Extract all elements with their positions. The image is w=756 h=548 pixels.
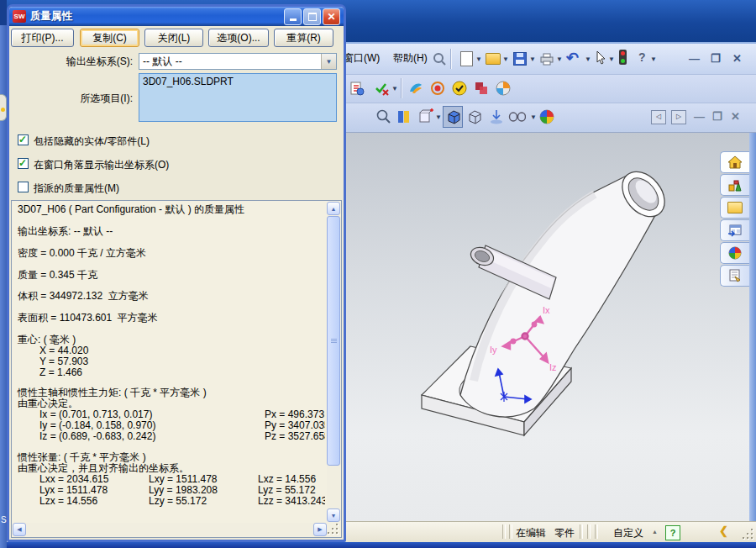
solidworks-logo-icon: SW <box>13 10 26 23</box>
taskpane-appearances-tab[interactable] <box>720 242 749 264</box>
scroll-left-icon[interactable]: ◀ <box>13 523 26 536</box>
statusbar-separator <box>595 524 598 539</box>
section-view-icon[interactable] <box>395 108 413 126</box>
print-button[interactable]: 打印(P)... <box>11 29 74 47</box>
doc-close-icon[interactable]: ✕ <box>732 52 742 65</box>
doc-minimize-icon[interactable]: — <box>689 52 700 65</box>
menu-help[interactable]: 帮助(H) <box>388 49 433 67</box>
close-button[interactable]: 关闭(L) <box>144 29 203 47</box>
custom-dropdown-arrow-icon[interactable]: ▲ <box>652 529 658 535</box>
subwindow-restore-icon[interactable]: ❐ <box>712 110 722 123</box>
print-icon[interactable] <box>538 50 556 68</box>
window-resize-grip[interactable] <box>743 529 754 540</box>
show-coord-checkbox[interactable]: ✓ <box>18 158 29 169</box>
scroll-right-icon[interactable]: ▶ <box>313 523 327 536</box>
pane-next-icon[interactable]: ▷ <box>671 110 686 124</box>
output-coord-combobox[interactable]: -- 默认 -- ▼ <box>139 53 337 70</box>
selected-item[interactable]: 3D07_H06.SLDPRT <box>143 76 234 87</box>
zoom-to-fit-icon[interactable] <box>375 108 392 125</box>
shaded-view-button[interactable] <box>443 106 463 128</box>
search-icon[interactable] <box>432 51 447 66</box>
scroll-down-icon[interactable]: ▼ <box>327 508 340 522</box>
statusbar-separator <box>502 524 506 539</box>
results-text: 3D07_H06 ( Part Configuration - 默认 ) 的质量… <box>16 204 325 521</box>
realview-icon[interactable] <box>538 108 556 126</box>
new-document-icon[interactable] <box>457 50 475 68</box>
dialog-maximize-button[interactable] <box>303 8 321 25</box>
subwindow-close-icon[interactable]: ✕ <box>731 110 740 123</box>
combo-dropdown-icon[interactable]: ▼ <box>321 54 336 69</box>
design-checker-icon[interactable] <box>450 79 469 97</box>
help-icon[interactable]: ? <box>638 50 646 64</box>
taskpane-file-explorer-tab[interactable] <box>720 197 749 219</box>
select-cursor-icon[interactable] <box>595 50 606 66</box>
perspective-icon[interactable] <box>507 108 526 126</box>
taskpane-view-palette-tab[interactable] <box>720 219 749 241</box>
doc-restore-icon[interactable]: ❐ <box>711 52 721 65</box>
results-header: 3D07_H06 ( Part Configuration - 默认 ) 的质量… <box>18 204 244 215</box>
dialog-titlebar[interactable]: SW 质量属性 ✕ <box>9 7 344 26</box>
assigned-mass-checkbox[interactable]: ✓ <box>18 182 29 192</box>
results-volume: 体积 = 344972.132 立方毫米 <box>18 291 149 302</box>
rebuild-icon[interactable] <box>348 79 366 97</box>
taskpane-resources-tab[interactable] <box>720 151 749 173</box>
wireframe-view-icon[interactable] <box>465 108 484 126</box>
pane-previous-icon[interactable]: ◁ <box>651 110 666 124</box>
verification-dropdown-icon[interactable]: ▼ <box>391 85 398 92</box>
subwindow-minimize-icon[interactable]: — <box>694 110 705 123</box>
tensor-lzx: Lzx = 14.556 <box>39 496 97 507</box>
statusbar-separator <box>580 524 583 539</box>
results-coord: 输出坐标系: -- 默认 -- <box>18 226 113 237</box>
compare-icon[interactable] <box>472 79 491 97</box>
save-dropdown-icon[interactable]: ▼ <box>529 55 536 63</box>
view-orientation-icon[interactable] <box>417 108 435 126</box>
render-icon[interactable] <box>407 79 425 97</box>
include-hidden-checkbox[interactable]: ✓ <box>18 134 29 145</box>
status-custom-dropdown[interactable]: 自定义 <box>613 526 643 540</box>
selected-items-listbox[interactable]: 3D07_H06.SLDPRT <box>139 73 337 122</box>
rollback-arrow-icon[interactable]: ❮ <box>719 524 728 537</box>
check-icon: ✓ <box>18 159 28 168</box>
save-icon[interactable] <box>511 50 529 68</box>
new-dropdown-icon[interactable]: ▼ <box>475 55 482 63</box>
status-doc-type: 零件 <box>554 526 575 540</box>
perspective-dropdown-icon[interactable]: ▼ <box>530 113 537 121</box>
dialog-minimize-button[interactable] <box>284 8 302 25</box>
dialog-close-button[interactable]: ✕ <box>323 8 340 25</box>
results-vertical-scrollbar[interactable]: ▲ ▼ <box>327 202 340 522</box>
dialog-resize-grip[interactable] <box>328 524 339 535</box>
help-dropdown-icon[interactable]: ▼ <box>650 55 657 63</box>
vertical-scroll-thumb[interactable] <box>327 216 340 466</box>
options-button[interactable]: 选项(O)... <box>208 29 269 47</box>
home-icon <box>727 155 743 169</box>
results-horizontal-scrollbar[interactable]: ◀ ▶ <box>13 523 327 536</box>
mass-properties-dialog: SW 质量属性 ✕ 打印(P)... 复制(C) 关闭(L) 选项(O)... … <box>7 4 346 542</box>
open-icon[interactable] <box>484 50 502 68</box>
hidden-icon-fragment <box>1 108 5 112</box>
taskpane-design-library-tab[interactable] <box>720 174 749 196</box>
copy-button[interactable]: 复制(C) <box>80 29 139 47</box>
scroll-up-icon[interactable]: ▲ <box>327 202 340 215</box>
recalculate-button[interactable]: 重算(R) <box>274 29 333 47</box>
print-dropdown-icon[interactable]: ▼ <box>556 55 563 63</box>
view-orientation-dropdown-icon[interactable]: ▼ <box>435 113 442 121</box>
select-dropdown-icon[interactable]: ▼ <box>608 55 615 63</box>
render-area-icon[interactable] <box>428 79 447 97</box>
principal-iz: Iz = (0.689, -0.683, 0.242) <box>39 431 155 442</box>
photoview-icon[interactable] <box>494 79 512 97</box>
assigned-mass-label: 指派的质量属性(M) <box>34 182 119 196</box>
status-help-badge[interactable]: ? <box>665 525 680 540</box>
part-model[interactable]: Ix Iy Iz <box>402 154 704 440</box>
undo-icon[interactable]: ↷ <box>566 49 579 67</box>
tensor-lzz: Lzz = 3413.243 <box>258 496 325 507</box>
show-coord-label: 在窗口角落显示输出坐标系(O) <box>34 158 169 172</box>
screen: 窗口(W) 帮助(H) ▼ ▼ ▼ ▼ ↷ ▼ ▼ ? ▼ — ❐ ✕ ▼ <box>0 0 756 548</box>
open-dropdown-icon[interactable]: ▼ <box>502 55 509 63</box>
verification-icon[interactable] <box>373 79 391 97</box>
shadows-icon[interactable] <box>487 108 506 126</box>
undo-dropdown-icon[interactable]: ▼ <box>585 55 591 63</box>
axis-label-iy: Iy <box>490 345 497 355</box>
output-coord-value: -- 默认 -- <box>139 55 321 69</box>
taskpane-custom-properties-tab[interactable] <box>720 265 749 287</box>
traffic-light-icon[interactable] <box>619 50 627 65</box>
